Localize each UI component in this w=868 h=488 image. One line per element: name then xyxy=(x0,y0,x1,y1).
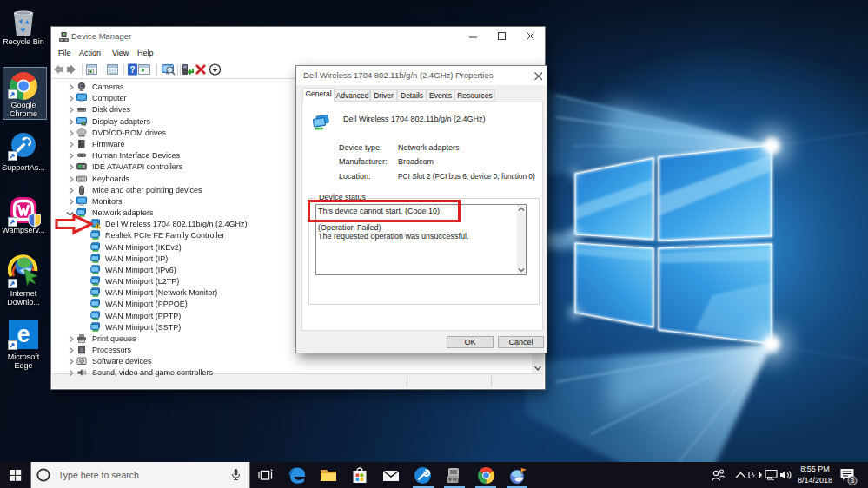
svg-text:3: 3 xyxy=(851,477,855,485)
svg-text:?: ? xyxy=(129,65,135,75)
svg-text:e: e xyxy=(17,321,30,347)
